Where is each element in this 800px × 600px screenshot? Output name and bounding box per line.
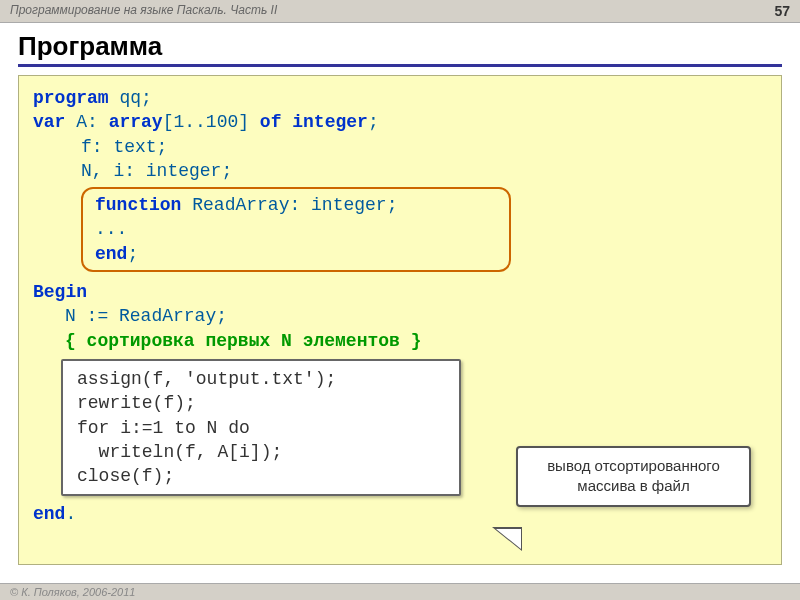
code-line: program qq;	[33, 86, 767, 110]
code-line: assign(f, 'output.txt');	[77, 367, 445, 391]
code-line: end;	[95, 242, 497, 266]
course-title: Программирование на языке Паскаль. Часть…	[10, 3, 277, 19]
slide-title: Программа	[18, 31, 782, 67]
output-code-box: assign(f, 'output.txt'); rewrite(f); for…	[61, 359, 461, 496]
code-line: ...	[95, 217, 497, 241]
code-line: var A: array[1..100] of integer;	[33, 110, 767, 134]
code-line: writeln(f, A[i]);	[77, 440, 445, 464]
code-line: Begin	[33, 280, 767, 304]
callout-text: массива в файл	[528, 476, 739, 496]
code-line: N := ReadArray;	[65, 304, 767, 328]
code-comment: { сортировка первых N элементов }	[65, 329, 767, 353]
function-inset-box: function ReadArray: integer; ... end;	[81, 187, 511, 272]
copyright-text: © К. Поляков, 2006-2011	[10, 586, 135, 598]
page-number: 57	[774, 3, 790, 19]
code-line: N, i: integer;	[81, 159, 767, 183]
code-panel: program qq; var A: array[1..100] of inte…	[18, 75, 782, 565]
code-line: function ReadArray: integer;	[95, 193, 497, 217]
code-line: for i:=1 to N do	[77, 416, 445, 440]
callout-text: вывод отсортированного	[528, 456, 739, 476]
callout-bubble: вывод отсортированного массива в файл	[516, 446, 751, 507]
code-line: close(f);	[77, 464, 445, 488]
code-line: rewrite(f);	[77, 391, 445, 415]
slide-body: Программа program qq; var A: array[1..10…	[0, 23, 800, 567]
slide-header: Программирование на языке Паскаль. Часть…	[0, 0, 800, 23]
slide-footer: © К. Поляков, 2006-2011	[0, 583, 800, 600]
code-line: f: text;	[81, 135, 767, 159]
